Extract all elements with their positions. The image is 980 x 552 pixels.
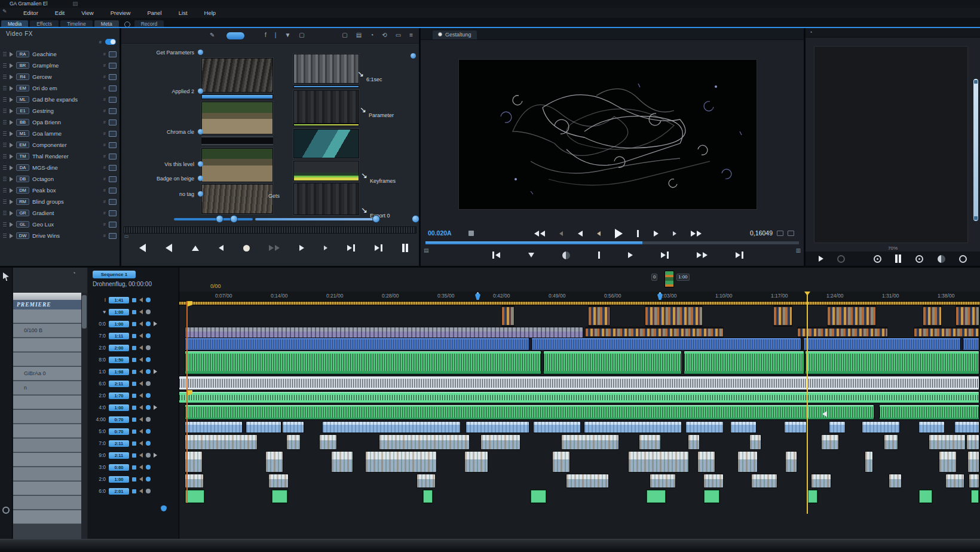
position-timecode[interactable]: 00.020A	[428, 229, 452, 237]
record-icon[interactable]	[915, 255, 923, 263]
track-header-row[interactable]: ♥1:00	[88, 306, 179, 318]
effect-item-componenter[interactable]: EMComponenter#	[0, 139, 120, 151]
timeline-clip[interactable]	[531, 490, 546, 503]
clip-thumbnail[interactable]	[293, 161, 359, 181]
timeline-clip[interactable]	[919, 422, 944, 433]
settings-icon[interactable]	[959, 255, 967, 263]
timeline-clip[interactable]	[968, 452, 979, 472]
timeline-clip[interactable]	[481, 435, 520, 449]
track-solo-icon[interactable]	[146, 333, 151, 338]
timeline-clip[interactable]	[185, 435, 257, 449]
track-output-icon[interactable]	[154, 369, 157, 374]
track-solo-icon[interactable]	[146, 298, 151, 302]
timeline-clip[interactable]	[179, 392, 979, 403]
collapse-arrow-icon[interactable]	[822, 411, 827, 417]
track-solo-icon[interactable]	[146, 357, 151, 362]
timeline-clip[interactable]	[880, 405, 979, 419]
track-header-row[interactable]: 2:01:70	[88, 390, 179, 401]
play-button-2[interactable]	[628, 252, 633, 258]
contrast-icon[interactable]	[938, 255, 945, 263]
inspector-icon[interactable]: ◔	[809, 29, 812, 35]
effect-item-mgs-dine[interactable]: DAMGS-dine#	[0, 162, 120, 173]
timeline-clip[interactable]	[939, 452, 956, 472]
step-back-button[interactable]	[166, 244, 172, 252]
rewind-button[interactable]	[534, 231, 545, 237]
track-header-row[interactable]: 4:01:00	[88, 401, 179, 413]
track-lock-icon[interactable]	[132, 430, 136, 434]
track-lock-icon[interactable]	[132, 489, 136, 493]
loop-icon[interactable]	[837, 255, 845, 263]
timeline-clip[interactable]	[956, 306, 979, 326]
bin-selected-row[interactable]: PREMIERE	[13, 300, 81, 309]
timeline-clip[interactable]	[884, 435, 898, 449]
timeline-clip[interactable]	[269, 474, 288, 487]
timeline-clip[interactable]	[971, 490, 979, 503]
bin-row[interactable]	[13, 482, 81, 495]
timeline-clip[interactable]	[704, 474, 723, 487]
track-mute-icon[interactable]	[139, 429, 143, 434]
timeline-clip[interactable]	[923, 306, 941, 326]
track-mute-icon[interactable]	[139, 405, 143, 410]
timeline-clip[interactable]	[862, 422, 899, 433]
track-solo-icon[interactable]	[146, 309, 151, 314]
timeline-ruler[interactable]: 0:07/000:14/000:21/000:28/000:35/000:42/…	[179, 292, 980, 301]
track-mute-icon[interactable]	[139, 321, 143, 326]
track-lock-icon[interactable]	[132, 298, 136, 302]
bin-row[interactable]: 0/100 B	[13, 324, 81, 338]
monitor-icon[interactable]	[109, 165, 117, 171]
blue-dot-icon[interactable]	[198, 88, 203, 94]
track-lock-icon[interactable]	[132, 477, 136, 482]
timeline-clip[interactable]	[185, 338, 529, 350]
timeline-clip[interactable]	[553, 452, 569, 472]
scroll-thumb[interactable]	[82, 295, 87, 329]
track-solo-icon[interactable]	[146, 393, 151, 398]
timeline-clip[interactable]	[185, 351, 541, 374]
next-clip-button[interactable]	[347, 244, 355, 252]
timeline-clip[interactable]	[752, 474, 777, 487]
timeline-clip[interactable]	[179, 376, 979, 390]
timeline-clip[interactable]	[822, 435, 838, 449]
timeline-clip[interactable]	[969, 474, 979, 487]
timeline-clip[interactable]	[639, 435, 660, 449]
track-mute-icon[interactable]	[139, 477, 143, 482]
track-header-row[interactable]: 5:00:70	[88, 425, 179, 437]
bin-row[interactable]	[13, 352, 81, 366]
panel-corner-icon[interactable]: ▥	[795, 247, 801, 253]
effect-item-blind-groups[interactable]: RMBlind groups#	[0, 196, 120, 207]
track-lock-icon[interactable]	[132, 322, 136, 326]
timeline-clip[interactable]	[332, 452, 353, 472]
shuttle-forward-button[interactable]	[697, 252, 708, 258]
track-header-row[interactable]: 2:02:00	[88, 342, 179, 354]
effect-item-geachine[interactable]: RAGeachine#	[0, 48, 120, 60]
monitor-icon[interactable]	[109, 97, 117, 103]
selection-tool-icon[interactable]	[3, 272, 9, 281]
track-mute-icon[interactable]	[139, 465, 143, 470]
timeline-clip[interactable]	[417, 474, 435, 487]
timeline-clip[interactable]	[532, 338, 801, 350]
track-header-row[interactable]: 6:02:01	[88, 485, 179, 497]
next-frame-button[interactable]	[673, 231, 676, 236]
sequence-marker-thumbnail[interactable]	[664, 271, 674, 287]
timeline-clip[interactable]	[774, 306, 792, 326]
clip-thumbnail[interactable]	[293, 90, 359, 124]
scrub-strip[interactable]	[124, 226, 416, 234]
track-solo-icon[interactable]	[146, 381, 151, 386]
timeline-clip[interactable]	[684, 351, 804, 374]
timeline-clip[interactable]	[502, 306, 514, 326]
bin-column-header[interactable]	[13, 293, 81, 300]
timeline-clip[interactable]	[829, 422, 845, 433]
track-header-row[interactable]: 3:00:60	[88, 461, 179, 473]
end-button[interactable]	[736, 252, 743, 259]
effect-item-octagon[interactable]: DBOctagon#	[0, 173, 120, 185]
tc-mode-icon[interactable]	[468, 231, 474, 236]
track-lock-icon[interactable]	[132, 370, 136, 374]
effect-item-goa-lamme[interactable]: M1Goa lamme#	[0, 128, 120, 139]
work-area-bar[interactable]	[179, 301, 980, 305]
track-solo-icon[interactable]	[146, 441, 151, 446]
slider-knob[interactable]	[230, 215, 238, 223]
effect-item-gradient[interactable]: GRGradient#	[0, 207, 120, 219]
track-name-pill[interactable]: 1:00	[109, 321, 129, 327]
track-name-pill[interactable]: 2:11	[109, 452, 129, 459]
track-mute-icon[interactable]	[139, 333, 143, 338]
timeline-clip[interactable]	[731, 422, 756, 433]
